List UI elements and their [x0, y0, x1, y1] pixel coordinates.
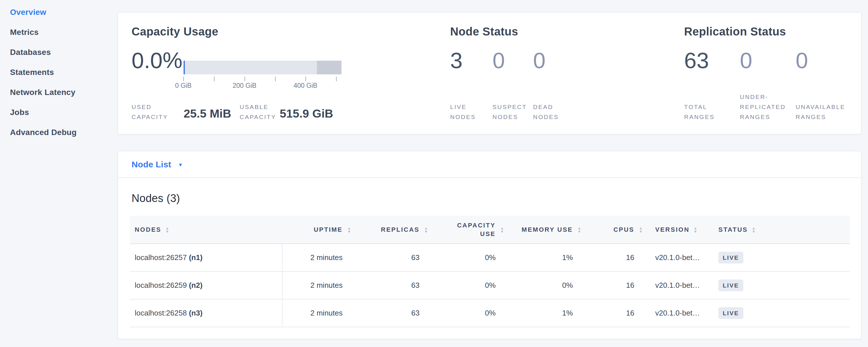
replicas-cell: 63	[353, 299, 430, 327]
memory-use-cell: 1%	[506, 244, 584, 272]
sort-icon: ▲▼	[424, 227, 429, 232]
table-row: localhost:26258 (n3) 2 minutes 63 0% 1% …	[130, 299, 850, 327]
status-badge: LIVE	[718, 280, 743, 291]
uptime-cell: 2 minutes	[282, 272, 353, 299]
sort-icon: ▲▼	[578, 227, 582, 232]
suspect-nodes-count: 0	[493, 49, 505, 71]
nodes-table-header-row: NODES▲▼ UPTIME▲▼ REPLICAS▲▼ CAPACITYUSE▲…	[130, 216, 850, 244]
status-cell: LIVE	[717, 299, 850, 327]
table-row: localhost:26259 (n2) 2 minutes 63 0% 0% …	[130, 272, 850, 299]
axis-tick-label: 0 GiB	[160, 82, 206, 90]
capacity-usage-title: Capacity Usage	[131, 25, 218, 38]
capacity-use-cell: 0%	[430, 299, 506, 327]
total-ranges-label: TOTAL RANGES	[684, 102, 715, 122]
live-nodes-label: LIVE NODES	[450, 102, 476, 122]
usable-capacity-label: USABLE CAPACITY	[240, 102, 276, 122]
replicas-cell: 63	[353, 244, 430, 272]
sidebar-item-overview[interactable]: Overview	[10, 8, 113, 17]
under-replicated-ranges-label: UNDER- REPLICATED RANGES	[740, 92, 786, 122]
axis-tick-label: 400 GiB	[283, 82, 328, 90]
node-host-link[interactable]: localhost:26259 (n2)	[135, 281, 203, 289]
sort-icon: ▲▼	[500, 227, 505, 232]
cpus-cell: 16	[584, 244, 645, 272]
sort-icon: ▲▼	[639, 227, 644, 232]
node-name-cell: localhost:26258 (n3)	[130, 299, 282, 327]
live-nodes-count: 3	[450, 49, 462, 71]
status-badge: LIVE	[718, 307, 743, 319]
version-cell: v20.1.0-bet…	[645, 272, 717, 299]
capacity-bar-other-segment	[317, 61, 341, 74]
axis-tick-label: 200 GiB	[222, 82, 268, 90]
replicas-cell: 63	[353, 272, 430, 299]
sidebar: Overview Metrics Databases Statements Ne…	[10, 8, 113, 148]
node-list-dropdown-label: Node List	[131, 160, 171, 169]
node-host-link[interactable]: localhost:26257 (n1)	[135, 253, 203, 262]
sort-icon: ▲▼	[752, 227, 756, 233]
sort-icon: ▲▼	[165, 227, 170, 233]
column-header-memory-use[interactable]: MEMORY USE▲▼	[506, 216, 584, 244]
dead-nodes-count: 0	[533, 49, 546, 71]
node-list-dropdown[interactable]: Node List ▼	[118, 151, 861, 178]
version-cell: v20.1.0-bet…	[645, 299, 717, 327]
axis-tick	[336, 77, 337, 81]
capacity-usage-section: Capacity Usage 0.0% 0 GiB 200 GiB 400 Gi…	[131, 12, 449, 134]
sidebar-item-statements[interactable]: Statements	[10, 68, 113, 77]
chevron-down-icon: ▼	[178, 161, 183, 168]
status-cell: LIVE	[717, 272, 850, 299]
capacity-use-cell: 0%	[430, 244, 506, 272]
column-header-capacity-use[interactable]: CAPACITYUSE▲▼	[430, 216, 506, 244]
column-header-nodes[interactable]: NODES▲▼	[130, 216, 282, 244]
capacity-usage-bar	[184, 61, 341, 74]
table-row: localhost:26257 (n1) 2 minutes 63 0% 1% …	[130, 244, 850, 272]
sidebar-item-metrics[interactable]: Metrics	[10, 28, 113, 37]
total-ranges-count: 63	[684, 49, 709, 71]
usable-capacity-value: 515.9 GiB	[280, 107, 333, 120]
used-capacity-value: 25.5 MiB	[184, 107, 231, 120]
axis-tick	[183, 77, 184, 81]
capacity-use-cell: 0%	[430, 272, 506, 299]
cpus-cell: 16	[584, 299, 645, 327]
nodes-table: NODES▲▼ UPTIME▲▼ REPLICAS▲▼ CAPACITYUSE▲…	[130, 216, 850, 327]
uptime-cell: 2 minutes	[282, 244, 353, 272]
under-replicated-ranges-count: 0	[740, 49, 752, 71]
capacity-bar-used-segment	[184, 61, 185, 74]
column-header-cpus[interactable]: CPUS▲▼	[584, 216, 645, 244]
unavailable-ranges-count: 0	[796, 49, 808, 71]
sort-icon: ▲▼	[693, 227, 698, 233]
node-name-cell: localhost:26257 (n1)	[130, 244, 282, 272]
sidebar-item-network-latency[interactable]: Network Latency	[10, 88, 113, 97]
cpus-cell: 16	[584, 272, 645, 299]
axis-tick	[275, 77, 276, 81]
column-header-replicas[interactable]: REPLICAS▲▼	[353, 216, 430, 244]
status-cell: LIVE	[717, 244, 850, 272]
node-status-section: Node Status 3 0 0 LIVE NODES SUSPECT NOD…	[450, 12, 676, 134]
nodes-count-heading: Nodes (3)	[131, 192, 180, 204]
replication-status-section: Replication Status 63 0 0 TOTAL RANGES U…	[684, 12, 856, 134]
replication-status-title: Replication Status	[684, 25, 786, 38]
status-badge: LIVE	[718, 252, 743, 263]
axis-tick	[214, 77, 215, 81]
cluster-summary-card: Capacity Usage 0.0% 0 GiB 200 GiB 400 Gi…	[118, 12, 862, 134]
axis-tick	[305, 77, 306, 81]
column-header-version[interactable]: VERSION▲▼	[645, 216, 717, 244]
column-header-uptime[interactable]: UPTIME▲▼	[282, 216, 353, 244]
node-status-title: Node Status	[450, 25, 518, 38]
column-header-status[interactable]: STATUS▲▼	[717, 216, 850, 244]
dead-nodes-label: DEAD NODES	[533, 102, 559, 122]
node-list-card: Node List ▼ Nodes (3) NODES▲▼ UPTIME▲▼ R…	[118, 151, 862, 339]
sidebar-item-advanced-debug[interactable]: Advanced Debug	[10, 128, 113, 137]
memory-use-cell: 0%	[506, 272, 584, 299]
axis-tick	[245, 77, 245, 81]
version-cell: v20.1.0-bet…	[645, 244, 717, 272]
sort-icon: ▲▼	[347, 227, 352, 232]
sidebar-item-databases[interactable]: Databases	[10, 48, 113, 57]
sidebar-item-jobs[interactable]: Jobs	[10, 108, 113, 117]
memory-use-cell: 1%	[506, 299, 584, 327]
capacity-used-percent: 0.0%	[131, 49, 183, 71]
node-host-link[interactable]: localhost:26258 (n3)	[135, 309, 203, 317]
used-capacity-label: USED CAPACITY	[131, 102, 168, 122]
uptime-cell: 2 minutes	[282, 299, 353, 327]
suspect-nodes-label: SUSPECT NODES	[493, 102, 527, 122]
unavailable-ranges-label: UNAVAILABLE RANGES	[796, 102, 845, 122]
node-name-cell: localhost:26259 (n2)	[130, 272, 282, 299]
